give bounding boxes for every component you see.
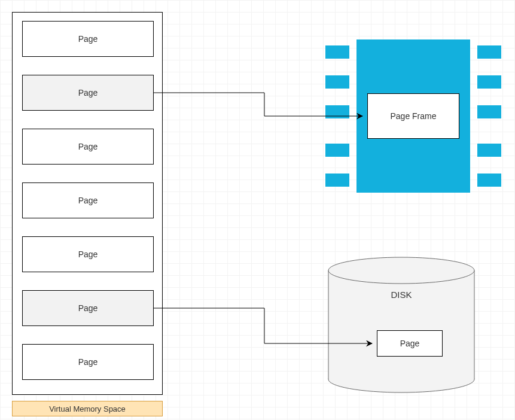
- vm-page-label: Page: [78, 357, 98, 367]
- vm-page-2: Page: [22, 129, 154, 165]
- vm-page-5: Page: [22, 290, 154, 326]
- vm-page-3: Page: [22, 182, 154, 218]
- chip-pin-right: [477, 105, 501, 118]
- disk-label: DISK: [327, 290, 476, 300]
- vm-page-1: Page: [22, 75, 154, 111]
- vm-page-label: Page: [78, 88, 98, 98]
- vm-page-label: Page: [78, 196, 98, 205]
- disk-label-text: DISK: [391, 290, 412, 300]
- vm-page-0: Page: [22, 21, 154, 57]
- chip-pin-left: [325, 174, 349, 187]
- virtual-memory-label-text: Virtual Memory Space: [49, 404, 126, 413]
- chip-page-frame: Page Frame: [367, 93, 459, 139]
- svg-rect-1: [328, 270, 474, 379]
- vm-page-6: Page: [22, 344, 154, 380]
- chip-pin-left: [325, 45, 349, 59]
- disk-cylinder: [327, 256, 476, 394]
- vm-page-label: Page: [78, 34, 98, 44]
- chip-pin-left: [325, 105, 349, 118]
- disk-page-label: Page: [400, 339, 420, 348]
- virtual-memory-container: Page Page Page Page Page Page Page: [12, 12, 163, 395]
- virtual-memory-label: Virtual Memory Space: [12, 401, 163, 416]
- chip-pin-left: [325, 75, 349, 89]
- chip-pin-right: [477, 45, 501, 59]
- vm-page-label: Page: [78, 303, 98, 313]
- vm-page-label: Page: [78, 249, 98, 259]
- vm-page-label: Page: [78, 142, 98, 151]
- diagram-canvas: Page Page Page Page Page Page Page Virtu…: [0, 0, 515, 420]
- chip-pin-right: [477, 144, 501, 157]
- vm-page-4: Page: [22, 236, 154, 272]
- chip-page-frame-label: Page Frame: [390, 111, 436, 121]
- svg-point-4: [328, 257, 474, 284]
- chip-pin-left: [325, 144, 349, 157]
- disk-page-box: Page: [377, 330, 443, 357]
- chip-pin-right: [477, 75, 501, 89]
- chip-pin-right: [477, 174, 501, 187]
